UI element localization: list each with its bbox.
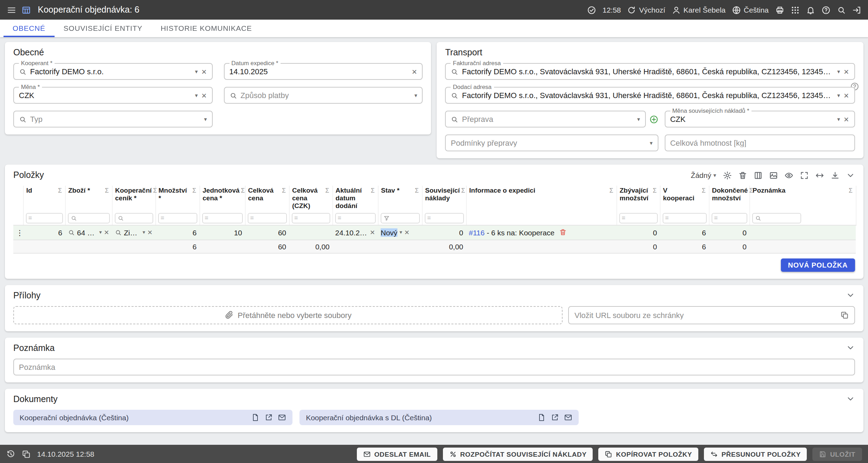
chevron-down-icon[interactable]: ▾: [142, 229, 145, 236]
menu-icon[interactable]: [7, 5, 16, 14]
distribute-costs-button[interactable]: ROZPOČÍTAT SOUVISEJÍCÍ NÁKLADY: [443, 447, 593, 461]
chevron-down-icon[interactable]: ▾: [204, 116, 207, 122]
print-icon[interactable]: [775, 5, 784, 14]
filter-poznamka[interactable]: [752, 213, 801, 223]
filter-stav[interactable]: [380, 213, 419, 223]
save-button[interactable]: ULOŽIT: [813, 447, 862, 461]
col-header-celkova-cena[interactable]: Celková cenaΣ: [245, 186, 289, 212]
search-icon[interactable]: [837, 5, 846, 14]
move-items-button[interactable]: PŘESUNOUT POLOŽKY: [704, 447, 807, 461]
filter-cenik[interactable]: [114, 213, 153, 223]
clear-icon[interactable]: ✕: [104, 229, 109, 236]
filter-zbozi-input[interactable]: [79, 214, 107, 222]
col-header-informace-expedice[interactable]: Informace o expediciΣ: [466, 186, 616, 212]
sum-icon[interactable]: Σ: [58, 187, 62, 194]
group-by-selector[interactable]: Žádný ▾: [691, 171, 716, 179]
file-dropzone[interactable]: Přetáhněte nebo vyberte soubory: [13, 306, 563, 324]
history-icon[interactable]: [6, 449, 15, 458]
filter-naklady[interactable]: =: [424, 213, 464, 223]
col-header-datum-dodani[interactable]: Aktuální datum dodáníΣ: [332, 186, 378, 212]
collapse-icon[interactable]: [846, 395, 855, 404]
profile-selector[interactable]: Výchozí: [627, 5, 665, 14]
file-url-field[interactable]: [568, 306, 855, 324]
apps-grid-icon[interactable]: [790, 5, 799, 14]
send-email-icon[interactable]: [564, 413, 573, 422]
filter-mnozstvi[interactable]: =: [158, 213, 197, 223]
new-item-button[interactable]: NOVÁ POLOŽKA: [781, 258, 855, 272]
col-header-mnozstvi[interactable]: Množství *Σ: [155, 186, 199, 212]
sum-icon[interactable]: Σ: [461, 187, 465, 194]
filter-naklady-input[interactable]: [433, 214, 461, 222]
zpusob-platby-field[interactable]: Způsob platby ▾: [224, 87, 423, 104]
chevron-down-icon[interactable]: ▾: [99, 229, 102, 236]
open-window-icon[interactable]: [22, 449, 31, 458]
sum-icon[interactable]: Σ: [192, 187, 196, 194]
cell-datum-dodani[interactable]: 24.10.2025 ✕: [332, 225, 378, 240]
filter-id[interactable]: =: [26, 213, 63, 223]
sum-icon[interactable]: Σ: [653, 187, 657, 194]
chevron-down-icon[interactable]: ▾: [637, 116, 640, 122]
sum-icon[interactable]: Σ: [153, 187, 157, 194]
grid-settings-icon[interactable]: [722, 171, 732, 180]
clear-icon[interactable]: ✕: [370, 229, 375, 236]
col-header-cenik[interactable]: Kooperační ceník *Σ: [112, 186, 155, 212]
filter-zbyvajici-input[interactable]: [628, 214, 655, 222]
note-field[interactable]: [13, 359, 855, 375]
clear-icon[interactable]: ✕: [404, 229, 409, 236]
chevron-down-icon[interactable]: ▾: [650, 140, 652, 146]
filter-celkova-czk[interactable]: =: [291, 213, 330, 223]
filter-stav-input[interactable]: [391, 214, 417, 222]
open-in-new-icon[interactable]: [264, 413, 273, 422]
preprava-field[interactable]: Přeprava ▾: [445, 111, 646, 127]
dodaci-adresa-field[interactable]: Dodací adresa Factorify DEMO s.r.o., Sva…: [445, 87, 855, 104]
paste-clipboard-icon[interactable]: [840, 311, 848, 319]
note-input[interactable]: [19, 363, 849, 371]
filter-zbozi[interactable]: [68, 213, 110, 223]
cell-souvisejici-naklady[interactable]: 0: [422, 225, 466, 240]
sum-icon[interactable]: Σ: [415, 187, 419, 194]
download-icon[interactable]: [830, 171, 839, 180]
filter-celkova-czk-input[interactable]: [300, 214, 327, 222]
sum-icon[interactable]: Σ: [702, 187, 706, 194]
cell-poznamka[interactable]: [749, 225, 856, 240]
col-header-zbyvajici[interactable]: Zbývající množstvíΣ: [616, 186, 660, 212]
mena-field[interactable]: Měna * CZK ▾ ✕: [13, 87, 212, 104]
file-url-input[interactable]: [574, 311, 836, 319]
filter-datum-input[interactable]: [344, 214, 373, 222]
cell-mnozstvi[interactable]: 6: [155, 225, 199, 240]
filter-jednotkova-input[interactable]: [211, 214, 240, 222]
entity-table-icon[interactable]: [22, 5, 31, 14]
clear-filters-icon[interactable]: [738, 171, 747, 180]
chevron-down-icon[interactable]: ▾: [837, 116, 840, 122]
col-header-dokoncene[interactable]: Dokončené množstvíΣ: [709, 186, 749, 212]
clear-icon[interactable]: ✕: [147, 229, 153, 236]
clear-icon[interactable]: ✕: [201, 91, 207, 99]
col-header-jednotkova-cena[interactable]: Jednotková cena *Σ: [199, 186, 245, 212]
filter-v-kooperaci[interactable]: =: [662, 213, 706, 223]
export-image-icon[interactable]: [769, 171, 778, 180]
logout-icon[interactable]: [852, 5, 861, 14]
chevron-down-icon[interactable]: ▾: [837, 68, 840, 75]
filter-jednotkova[interactable]: =: [202, 213, 242, 223]
podminky-prepravy-field[interactable]: Podmínky přepravy ▾: [445, 134, 658, 151]
pdf-file-icon[interactable]: [251, 413, 260, 422]
collapse-icon[interactable]: [846, 291, 855, 300]
sum-icon[interactable]: Σ: [325, 187, 329, 194]
pdf-file-icon[interactable]: [538, 413, 546, 422]
clear-icon[interactable]: ✕: [844, 91, 849, 99]
filter-celkova[interactable]: =: [247, 213, 287, 223]
col-header-poznamka[interactable]: PoznámkaΣ: [749, 186, 856, 212]
filter-poznamka-input[interactable]: [763, 214, 798, 222]
fullscreen-icon[interactable]: [799, 171, 809, 180]
notifications-bell-icon[interactable]: [806, 5, 815, 14]
document-chip-kooperacni-objednavka[interactable]: Kooperační objednávka (Čeština): [13, 410, 292, 425]
mena-nakladu-field[interactable]: Měna souvisejících nákladů * CZK ▾ ✕: [664, 111, 855, 127]
filter-dokoncene-input[interactable]: [720, 214, 744, 222]
clear-icon[interactable]: ✕: [844, 115, 849, 123]
expedition-link[interactable]: #116: [469, 228, 485, 237]
help-icon[interactable]: [821, 5, 830, 14]
sum-icon[interactable]: Σ: [241, 187, 245, 194]
sum-icon[interactable]: Σ: [609, 187, 613, 194]
cell-stav[interactable]: Nový ▾ ✕: [378, 225, 422, 240]
datum-expedice-field[interactable]: Datum expedice * 14.10.2025 ✕: [224, 63, 423, 80]
